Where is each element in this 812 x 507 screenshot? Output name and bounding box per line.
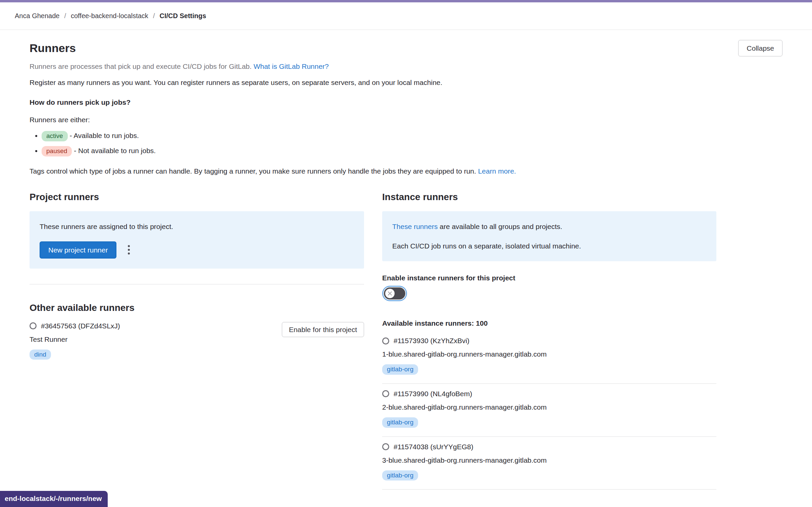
- list-item: paused - Not available to run jobs.: [42, 145, 782, 156]
- project-runners-title: Project runners: [30, 192, 364, 202]
- runner-host: 3-blue.shared-gitlab-org.runners-manager…: [382, 456, 716, 464]
- main-content: Runners Collapse Runners are processes t…: [0, 40, 812, 490]
- register-description: Register as many runners as you want. Yo…: [30, 77, 782, 88]
- how-runners-pick-up-jobs-heading: How do runners pick up jobs?: [30, 97, 782, 108]
- enable-for-project-button[interactable]: Enable for this project: [282, 322, 364, 337]
- runners-description-text: Runners are processes that pick up and e…: [30, 62, 254, 70]
- learn-more-link[interactable]: Learn more.: [478, 167, 516, 175]
- runner-tag-badge: gitlab-org: [382, 364, 418, 375]
- runner-tag-badge: gitlab-org: [382, 417, 418, 428]
- breadcrumb-separator: /: [153, 12, 155, 20]
- breadcrumb-separator: /: [64, 12, 66, 20]
- runner-status-circle-icon: [30, 322, 37, 329]
- instance-runners-toggle[interactable]: [384, 287, 405, 299]
- available-runner-row: #36457563 (DFZd4SLxJ) Test Runner dind E…: [30, 322, 364, 360]
- these-runners-link[interactable]: These runners: [392, 223, 438, 230]
- runner-state-list: active - Available to run jobs. paused -…: [30, 130, 782, 156]
- runner-host: 1-blue.shared-gitlab-org.runners-manager…: [382, 350, 716, 358]
- tags-description-text: Tags control which type of jobs a runner…: [30, 167, 478, 175]
- instance-runners-info-text2: Each CI/CD job runs on a separate, isola…: [392, 241, 706, 251]
- instance-runner-row: #11574038 (sUrYYgEG8) 3-blue.shared-gitl…: [382, 437, 716, 490]
- enable-instance-runners-label: Enable instance runners for this project: [382, 274, 716, 282]
- instance-runner-row: #11573930 (KzYhZxBvi) 1-blue.shared-gitl…: [382, 331, 716, 384]
- toggle-knob-x-icon: [385, 289, 395, 298]
- breadcrumb-project[interactable]: coffee-backend-localstack: [71, 12, 148, 20]
- breadcrumb-user[interactable]: Anca Ghenade: [15, 12, 59, 20]
- active-status-text: - Available to run jobs.: [69, 132, 139, 139]
- runner-tag-badge: gitlab-org: [382, 470, 418, 481]
- project-runners-info-text: These runners are assigned to this proje…: [40, 221, 354, 232]
- runner-status-circle-icon: [382, 337, 389, 344]
- instance-runners-section: Instance runners These runners are avail…: [382, 192, 716, 490]
- runner-id-label: #11574038 (sUrYYgEG8): [394, 443, 473, 451]
- page-title: Runners: [30, 42, 76, 55]
- kebab-menu-icon[interactable]: [125, 242, 133, 258]
- instance-runners-info-rest: are available to all groups and projects…: [438, 223, 562, 230]
- runners-description: Runners are processes that pick up and e…: [30, 61, 782, 72]
- runner-id-label: #11573930 (KzYhZxBvi): [394, 337, 469, 345]
- runner-host: 2-blue.shared-gitlab-org.runners-manager…: [382, 403, 716, 411]
- instance-runners-title: Instance runners: [382, 192, 716, 202]
- project-runners-infobox: These runners are assigned to this proje…: [30, 211, 364, 269]
- section-divider: [30, 284, 364, 284]
- tags-description: Tags control which type of jobs a runner…: [30, 166, 782, 177]
- runner-id-label: #11573990 (NL4gfoBem): [394, 390, 472, 398]
- paused-status-badge: paused: [42, 146, 72, 156]
- runners-either-label: Runners are either:: [30, 114, 782, 125]
- runner-status-circle-icon: [382, 390, 389, 397]
- collapse-button[interactable]: Collapse: [738, 40, 782, 56]
- top-accent-bar: [0, 0, 812, 2]
- breadcrumb-current-page: CI/CD Settings: [159, 12, 206, 20]
- what-is-gitlab-runner-link[interactable]: What is GitLab Runner?: [254, 62, 329, 70]
- runner-tag-badge: dind: [30, 350, 51, 360]
- instance-runners-infobox: These runners are available to all group…: [382, 211, 716, 261]
- active-status-badge: active: [42, 131, 68, 141]
- new-project-runner-button[interactable]: New project runner: [40, 241, 116, 259]
- available-instance-runners-label: Available instance runners: 100: [382, 319, 716, 327]
- breadcrumb: Anca Ghenade / coffee-backend-localstack…: [15, 12, 206, 20]
- instance-runner-row: #11573990 (NL4gfoBem) 2-blue.shared-gitl…: [382, 384, 716, 437]
- list-item: active - Available to run jobs.: [42, 130, 782, 141]
- other-available-runners-title: Other available runners: [30, 303, 364, 313]
- breadcrumb-bar: Anca Ghenade / coffee-backend-localstack…: [0, 2, 812, 30]
- project-runners-section: Project runners These runners are assign…: [30, 192, 364, 360]
- paused-status-text: - Not available to run jobs.: [74, 147, 156, 154]
- runner-id-label: #36457563 (DFZd4SLxJ): [41, 322, 120, 330]
- instance-runners-info-text: These runners are available to all group…: [392, 221, 706, 232]
- runner-status-circle-icon: [382, 443, 389, 450]
- link-status-tooltip: end-localstack/-/runners/new: [0, 491, 108, 507]
- runner-name: Test Runner: [30, 335, 120, 343]
